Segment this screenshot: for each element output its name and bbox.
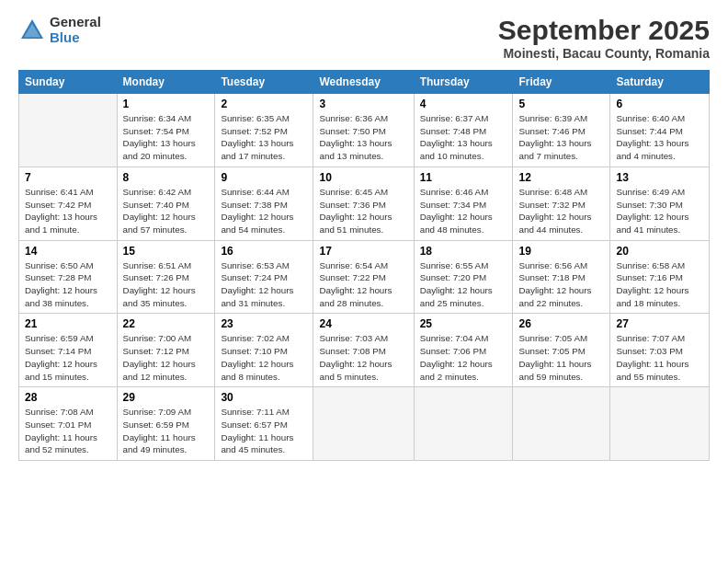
calendar-cell: 16Sunrise: 6:53 AM Sunset: 7:24 PM Dayli… xyxy=(215,240,313,314)
title-block: September 2025 Moinesti, Bacau County, R… xyxy=(498,15,710,61)
day-number: 1 xyxy=(123,98,210,110)
calendar-cell: 14Sunrise: 6:50 AM Sunset: 7:28 PM Dayli… xyxy=(19,240,118,314)
day-info: Sunrise: 6:49 AM Sunset: 7:30 PM Dayligh… xyxy=(616,186,703,236)
day-info: Sunrise: 7:00 AM Sunset: 7:12 PM Dayligh… xyxy=(123,332,210,383)
logo-text: General Blue xyxy=(50,15,101,45)
day-number: 28 xyxy=(25,391,111,404)
day-number: 21 xyxy=(25,317,111,330)
col-wednesday: Wednesday xyxy=(313,71,414,94)
calendar-cell xyxy=(313,387,414,461)
day-info: Sunrise: 6:53 AM Sunset: 7:24 PM Dayligh… xyxy=(221,259,307,310)
day-number: 4 xyxy=(420,98,507,110)
day-info: Sunrise: 6:46 AM Sunset: 7:34 PM Dayligh… xyxy=(420,186,507,236)
day-info: Sunrise: 7:07 AM Sunset: 7:03 PM Dayligh… xyxy=(616,332,703,383)
calendar-row-1: 7Sunrise: 6:41 AM Sunset: 7:42 PM Daylig… xyxy=(19,167,710,240)
calendar-cell: 29Sunrise: 7:09 AM Sunset: 6:59 PM Dayli… xyxy=(117,387,215,461)
logo: General Blue xyxy=(18,15,101,45)
calendar-cell: 17Sunrise: 6:54 AM Sunset: 7:22 PM Dayli… xyxy=(313,240,414,314)
day-number: 20 xyxy=(616,245,703,258)
day-number: 8 xyxy=(123,171,210,184)
calendar-cell xyxy=(610,387,710,461)
col-saturday: Saturday xyxy=(610,71,710,94)
calendar-cell: 9Sunrise: 6:44 AM Sunset: 7:38 PM Daylig… xyxy=(215,167,313,240)
calendar-cell: 22Sunrise: 7:00 AM Sunset: 7:12 PM Dayli… xyxy=(117,314,215,387)
day-info: Sunrise: 6:44 AM Sunset: 7:38 PM Dayligh… xyxy=(221,186,307,236)
day-info: Sunrise: 6:45 AM Sunset: 7:36 PM Dayligh… xyxy=(319,186,407,236)
logo-icon xyxy=(18,17,46,44)
logo-general-text: General xyxy=(50,15,101,30)
day-info: Sunrise: 6:37 AM Sunset: 7:48 PM Dayligh… xyxy=(420,112,507,163)
day-number: 5 xyxy=(518,98,604,110)
day-info: Sunrise: 6:42 AM Sunset: 7:40 PM Dayligh… xyxy=(123,186,210,236)
calendar-cell: 26Sunrise: 7:05 AM Sunset: 7:05 PM Dayli… xyxy=(513,314,610,387)
day-info: Sunrise: 7:04 AM Sunset: 7:06 PM Dayligh… xyxy=(420,332,507,383)
day-number: 14 xyxy=(25,245,111,258)
day-info: Sunrise: 6:41 AM Sunset: 7:42 PM Dayligh… xyxy=(25,186,111,236)
calendar-cell: 10Sunrise: 6:45 AM Sunset: 7:36 PM Dayli… xyxy=(313,167,414,240)
day-info: Sunrise: 7:09 AM Sunset: 6:59 PM Dayligh… xyxy=(123,406,210,456)
day-info: Sunrise: 6:50 AM Sunset: 7:28 PM Dayligh… xyxy=(25,259,111,310)
day-number: 13 xyxy=(616,171,703,184)
calendar-row-2: 14Sunrise: 6:50 AM Sunset: 7:28 PM Dayli… xyxy=(19,240,710,314)
day-info: Sunrise: 7:02 AM Sunset: 7:10 PM Dayligh… xyxy=(221,332,307,383)
day-info: Sunrise: 6:39 AM Sunset: 7:46 PM Dayligh… xyxy=(518,112,604,163)
day-info: Sunrise: 6:55 AM Sunset: 7:20 PM Dayligh… xyxy=(420,259,507,310)
calendar-cell: 27Sunrise: 7:07 AM Sunset: 7:03 PM Dayli… xyxy=(610,314,710,387)
day-info: Sunrise: 6:54 AM Sunset: 7:22 PM Dayligh… xyxy=(319,259,407,310)
day-number: 12 xyxy=(518,171,604,184)
calendar-row-4: 28Sunrise: 7:08 AM Sunset: 7:01 PM Dayli… xyxy=(19,387,710,461)
day-number: 2 xyxy=(221,98,307,110)
day-number: 10 xyxy=(319,171,407,184)
day-info: Sunrise: 7:05 AM Sunset: 7:05 PM Dayligh… xyxy=(518,332,604,383)
calendar-cell: 20Sunrise: 6:58 AM Sunset: 7:16 PM Dayli… xyxy=(610,240,710,314)
day-info: Sunrise: 6:58 AM Sunset: 7:16 PM Dayligh… xyxy=(616,259,703,310)
day-info: Sunrise: 6:59 AM Sunset: 7:14 PM Dayligh… xyxy=(25,332,111,383)
day-info: Sunrise: 7:11 AM Sunset: 6:57 PM Dayligh… xyxy=(221,406,307,456)
header-row: Sunday Monday Tuesday Wednesday Thursday… xyxy=(19,71,710,94)
day-number: 22 xyxy=(123,317,210,330)
calendar-cell: 7Sunrise: 6:41 AM Sunset: 7:42 PM Daylig… xyxy=(19,167,118,240)
day-number: 25 xyxy=(420,317,507,330)
day-number: 17 xyxy=(319,245,407,258)
day-number: 26 xyxy=(518,317,604,330)
col-friday: Friday xyxy=(513,71,610,94)
day-info: Sunrise: 7:03 AM Sunset: 7:08 PM Dayligh… xyxy=(319,332,407,383)
day-number: 19 xyxy=(518,245,604,258)
day-number: 9 xyxy=(221,171,307,184)
day-number: 6 xyxy=(616,98,703,110)
day-number: 23 xyxy=(221,317,307,330)
calendar-cell: 23Sunrise: 7:02 AM Sunset: 7:10 PM Dayli… xyxy=(215,314,313,387)
location-subtitle: Moinesti, Bacau County, Romania xyxy=(498,46,710,61)
calendar-cell xyxy=(19,94,118,167)
col-thursday: Thursday xyxy=(414,71,513,94)
day-number: 15 xyxy=(123,245,210,258)
day-number: 27 xyxy=(616,317,703,330)
day-info: Sunrise: 6:40 AM Sunset: 7:44 PM Dayligh… xyxy=(616,112,703,163)
day-number: 29 xyxy=(123,391,210,404)
calendar-cell xyxy=(513,387,610,461)
calendar-cell: 5Sunrise: 6:39 AM Sunset: 7:46 PM Daylig… xyxy=(513,94,610,167)
day-info: Sunrise: 6:48 AM Sunset: 7:32 PM Dayligh… xyxy=(518,186,604,236)
calendar-cell: 19Sunrise: 6:56 AM Sunset: 7:18 PM Dayli… xyxy=(513,240,610,314)
calendar-cell: 18Sunrise: 6:55 AM Sunset: 7:20 PM Dayli… xyxy=(414,240,513,314)
calendar-cell: 12Sunrise: 6:48 AM Sunset: 7:32 PM Dayli… xyxy=(513,167,610,240)
calendar-cell: 21Sunrise: 6:59 AM Sunset: 7:14 PM Dayli… xyxy=(19,314,118,387)
calendar-cell: 8Sunrise: 6:42 AM Sunset: 7:40 PM Daylig… xyxy=(117,167,215,240)
calendar-cell: 6Sunrise: 6:40 AM Sunset: 7:44 PM Daylig… xyxy=(610,94,710,167)
day-number: 30 xyxy=(221,391,307,404)
day-info: Sunrise: 6:36 AM Sunset: 7:50 PM Dayligh… xyxy=(319,112,407,163)
calendar-row-3: 21Sunrise: 6:59 AM Sunset: 7:14 PM Dayli… xyxy=(19,314,710,387)
day-info: Sunrise: 6:56 AM Sunset: 7:18 PM Dayligh… xyxy=(518,259,604,310)
day-info: Sunrise: 6:51 AM Sunset: 7:26 PM Dayligh… xyxy=(123,259,210,310)
calendar-cell: 30Sunrise: 7:11 AM Sunset: 6:57 PM Dayli… xyxy=(215,387,313,461)
day-number: 18 xyxy=(420,245,507,258)
calendar-cell: 13Sunrise: 6:49 AM Sunset: 7:30 PM Dayli… xyxy=(610,167,710,240)
day-info: Sunrise: 7:08 AM Sunset: 7:01 PM Dayligh… xyxy=(25,406,111,456)
day-number: 24 xyxy=(319,317,407,330)
calendar-cell: 4Sunrise: 6:37 AM Sunset: 7:48 PM Daylig… xyxy=(414,94,513,167)
col-monday: Monday xyxy=(117,71,215,94)
day-info: Sunrise: 6:35 AM Sunset: 7:52 PM Dayligh… xyxy=(221,112,307,163)
col-tuesday: Tuesday xyxy=(215,71,313,94)
calendar-cell: 15Sunrise: 6:51 AM Sunset: 7:26 PM Dayli… xyxy=(117,240,215,314)
calendar-cell: 1Sunrise: 6:34 AM Sunset: 7:54 PM Daylig… xyxy=(117,94,215,167)
